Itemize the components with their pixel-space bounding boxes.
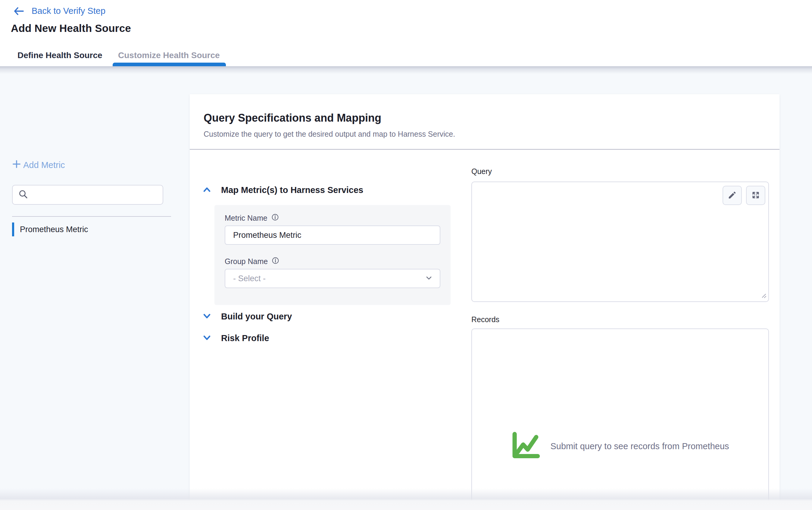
group-name-select-value: - Select - xyxy=(233,274,266,283)
add-metric-button[interactable]: Add Metric xyxy=(12,159,65,171)
tab-define-health-source[interactable]: Define Health Source xyxy=(18,51,103,60)
active-tab-indicator xyxy=(113,63,226,66)
chevron-down-icon xyxy=(202,312,211,321)
expand-icon xyxy=(751,190,760,201)
back-to-verify-step-link[interactable]: Back to Verify Step xyxy=(13,6,106,16)
metric-item-label: Prometheus Metric xyxy=(20,225,88,234)
group-name-label: Group Name xyxy=(225,257,279,266)
tab-customize-health-source[interactable]: Customize Health Source xyxy=(118,51,220,60)
resize-handle[interactable] xyxy=(760,292,767,300)
section-build-your-query[interactable]: Build your Query xyxy=(202,311,292,322)
metric-mapping-form: Metric Name Group Name xyxy=(214,205,451,305)
tab-define-label: Define Health Source xyxy=(18,51,103,60)
plus-icon xyxy=(12,159,21,171)
add-health-source-screen: Back to Verify Step Add New Health Sourc… xyxy=(0,0,812,510)
group-name-label-text: Group Name xyxy=(225,257,268,266)
group-name-select[interactable]: - Select - xyxy=(225,269,440,288)
panel-title: Query Specifications and Mapping xyxy=(204,112,381,124)
metric-name-label-text: Metric Name xyxy=(225,214,267,222)
sidebar-item-prometheus-metric[interactable]: Prometheus Metric xyxy=(12,222,175,237)
section-risk-profile-label: Risk Profile xyxy=(221,333,269,343)
query-toolbar xyxy=(723,186,765,205)
panel-divider xyxy=(190,149,780,150)
metrics-sidebar: Add Metric Prometheus Metric xyxy=(0,74,190,510)
page-header: Back to Verify Step Add New Health Sourc… xyxy=(0,0,812,66)
section-map-metrics-label: Map Metric(s) to Harness Services xyxy=(221,185,363,195)
query-label: Query xyxy=(471,167,492,176)
metric-name-input[interactable] xyxy=(225,226,440,245)
search-icon xyxy=(18,189,28,201)
records-panel: Submit query to see records from Prometh… xyxy=(471,328,769,510)
sidebar-divider xyxy=(12,216,171,217)
chevron-down-icon xyxy=(202,334,211,342)
search-input[interactable] xyxy=(32,190,157,200)
records-empty-message: Submit query to see records from Prometh… xyxy=(550,441,729,451)
add-metric-label: Add Metric xyxy=(23,160,65,170)
info-icon[interactable] xyxy=(272,257,279,266)
metric-search[interactable] xyxy=(12,185,163,205)
section-map-metrics[interactable]: Map Metric(s) to Harness Services xyxy=(202,185,363,195)
line-chart-icon xyxy=(511,431,541,461)
back-arrow-icon xyxy=(13,7,24,16)
expand-query-button[interactable] xyxy=(746,186,765,205)
back-link-label: Back to Verify Step xyxy=(32,6,106,16)
metric-name-label: Metric Name xyxy=(225,213,279,223)
info-icon[interactable] xyxy=(271,213,279,223)
query-editor xyxy=(471,182,769,302)
pencil-icon xyxy=(728,190,737,201)
records-label: Records xyxy=(471,315,499,324)
chevron-down-icon xyxy=(425,274,433,283)
section-risk-profile[interactable]: Risk Profile xyxy=(202,333,269,343)
selected-indicator-bar xyxy=(12,222,14,236)
tabbar-shadow xyxy=(0,66,812,74)
panel-subtitle: Customize the query to get the desired o… xyxy=(204,130,455,139)
page-title: Add New Health Source xyxy=(11,22,131,34)
section-build-query-label: Build your Query xyxy=(221,311,292,322)
query-specifications-panel: Query Specifications and Mapping Customi… xyxy=(190,94,780,510)
tab-customize-label: Customize Health Source xyxy=(118,51,220,60)
edit-query-button[interactable] xyxy=(723,186,742,205)
chevron-up-icon xyxy=(202,186,211,194)
